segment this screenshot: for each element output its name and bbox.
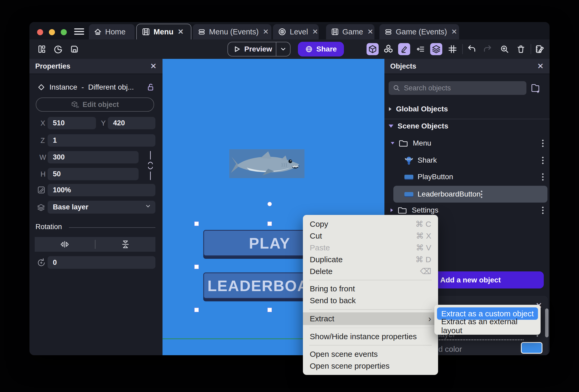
selection-handle-bottom-center[interactable] [267,308,272,312]
menu-item-open-scene-properties[interactable]: Open scene properties [303,360,438,372]
shortcut: ⌘ V [416,243,431,252]
chevron-right-icon [391,208,393,212]
tab-level[interactable]: Level ✕ [273,24,319,39]
edit-mode-pencil-icon[interactable] [398,43,410,55]
redo-icon[interactable] [481,43,493,55]
folder-row-menu[interactable]: Menu [384,135,547,151]
grid-icon[interactable] [446,43,459,55]
menu-item-copy[interactable]: Copy ⌘ C [303,218,438,230]
z-field[interactable]: 1 [48,134,155,147]
preview-options-dropdown[interactable] [276,46,290,52]
close-tab-icon[interactable]: ✕ [178,28,184,36]
x-field[interactable]: 510 [48,117,96,129]
selection-handle-top-center[interactable] [267,221,272,226]
trash-icon[interactable] [515,43,527,55]
selection-handle-mid-left[interactable] [194,265,199,269]
layer-select[interactable]: Base layer [48,201,155,214]
object-name: PlayButton [418,173,453,181]
flip-vertical-button[interactable] [95,240,156,249]
row-menu-icon[interactable] [542,157,544,164]
row-menu-icon[interactable] [542,173,544,180]
close-tab-icon[interactable]: ✕ [451,28,457,36]
menu-item-open-scene-events[interactable]: Open scene events [303,348,438,360]
close-tab-icon[interactable]: ✕ [263,28,269,36]
object-name: LeaderboardButton [418,190,481,198]
scene-properties-icon[interactable] [534,43,546,55]
tab-label: Game (Events) [396,28,447,36]
panels-layout-icon[interactable] [36,43,48,55]
menu-item-send-to-back[interactable]: Send to back [303,295,438,307]
object-row-playbutton[interactable]: PlayButton [384,169,547,185]
opacity-field[interactable]: 100% [48,184,155,196]
preview-main[interactable]: Preview [228,45,276,53]
edit-object-button[interactable]: 2D Edit object [36,97,154,112]
play-preview-icon [234,46,241,53]
tab-game[interactable]: Game ✕ [326,24,374,39]
search-icon [393,84,400,92]
global-objects-section[interactable]: Global Objects [389,105,448,113]
submenu-item-extract-external-layout[interactable]: Extract as an external layout [437,320,538,332]
object-row-leaderboardbutton-selected[interactable]: LeaderboardButton [393,186,547,203]
save-icon[interactable] [68,43,80,55]
divider [531,44,531,54]
lock-aspect-ratio-toggle[interactable] [145,151,156,180]
object-row-shark[interactable]: Shark [384,152,547,168]
zoom-in-icon[interactable] [499,43,511,55]
y-field[interactable]: 420 [108,117,155,129]
shark-sprite[interactable] [229,149,304,178]
objects-group-icon[interactable] [382,43,394,55]
menu-item-paste[interactable]: Paste ⌘ V [303,242,438,254]
main-menu-icon[interactable] [74,28,84,36]
tab-home[interactable]: Home [89,24,135,39]
background-color-swatch[interactable] [521,342,542,354]
tab-menu[interactable]: Menu ✕ [136,24,191,39]
object-3d-view-icon[interactable] [367,43,379,55]
undo-icon[interactable] [466,43,478,55]
search-input[interactable] [404,84,522,92]
row-menu-icon[interactable] [542,140,544,147]
close-tab-icon[interactable]: ✕ [367,28,373,36]
close-window-button[interactable] [37,29,43,35]
instances-list-icon[interactable] [414,43,426,55]
layers-panel-icon[interactable] [430,43,442,55]
history-icon[interactable] [52,43,64,55]
menu-item-delete[interactable]: Delete ⌫ [303,265,438,277]
minimize-window-button[interactable] [49,29,55,35]
chevron-down-icon [145,203,151,209]
menu-label: Extract as a custom object [441,309,534,318]
h-field[interactable]: 50 [48,168,139,180]
close-objects-icon[interactable]: ✕ [537,62,544,70]
z-label: Z [40,137,45,145]
close-properties-icon[interactable]: ✕ [150,62,157,70]
menu-label: Copy [310,220,328,229]
properties-header: Properties ✕ [29,59,162,74]
subpanel-scrollbar[interactable] [545,308,548,337]
menu-item-cut[interactable]: Cut ⌘ X [303,230,438,242]
menu-label: Extract [310,314,334,323]
share-button[interactable]: Share [298,42,344,56]
scene-objects-section[interactable]: Scene Objects [389,122,448,130]
flip-horizontal-button[interactable] [35,240,95,249]
tab-game-events[interactable]: Game (Events) ✕ [379,24,459,39]
maximize-window-button[interactable] [61,29,67,35]
unlock-icon[interactable] [147,83,155,91]
rotation-field[interactable]: 0 [48,256,155,269]
menu-item-show-hide-instance-properties[interactable]: Show/Hide instance properties [303,331,438,342]
menu-item-extract[interactable]: Extract › [303,312,438,325]
row-menu-icon[interactable] [542,207,544,214]
rotate-selection-handle[interactable] [267,202,272,206]
menu-item-duplicate[interactable]: Duplicate ⌘ D [303,254,438,265]
tab-label: Menu (Events) [209,28,259,36]
add-folder-icon[interactable] [530,82,541,94]
close-tab-icon[interactable]: ✕ [312,28,318,36]
row-menu-icon[interactable] [481,191,483,198]
w-field[interactable]: 300 [48,151,139,163]
external-layout-icon [278,27,287,36]
instance-title-row: Instance - Different obj... [37,83,155,91]
selection-handle-bottom-left[interactable] [194,308,199,312]
menu-item-bring-to-front[interactable]: Bring to front [303,283,438,295]
selection-handle-top-left[interactable] [194,221,199,226]
preview-button[interactable]: Preview [227,42,291,56]
tab-menu-events[interactable]: Menu (Events) ✕ [193,24,271,39]
tab-label: Menu [154,28,174,36]
